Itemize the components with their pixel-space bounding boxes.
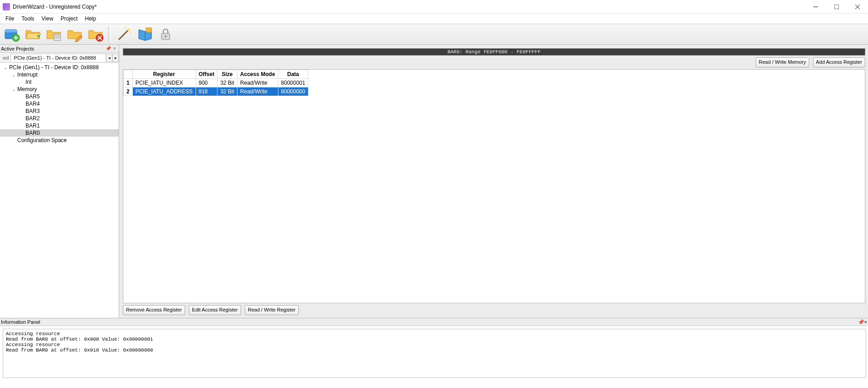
book-icon xyxy=(136,26,153,42)
app-icon xyxy=(3,3,10,10)
cell-data[interactable]: 80000000 xyxy=(278,87,308,96)
row-number[interactable]: 1 xyxy=(124,79,133,87)
close-button[interactable] xyxy=(847,0,868,14)
col-register[interactable]: Register xyxy=(132,70,196,79)
cell-register[interactable]: PCIE_IATU_ADDRESS xyxy=(132,87,196,96)
svg-line-15 xyxy=(119,30,129,40)
info-panel: Accessing resource Read from BAR0 at off… xyxy=(0,326,868,380)
tree-interrupt[interactable]: ⌄Interrupt xyxy=(0,71,119,78)
chevron-down-icon[interactable]: ⌄ xyxy=(3,65,8,70)
tabstrip-prev[interactable]: ◂ xyxy=(106,54,112,62)
cell-size[interactable]: 32 Bit xyxy=(217,87,237,96)
col-access[interactable]: Access Mode xyxy=(237,70,278,79)
tree-root[interactable]: ⌄PCIe (Gen1) - TI - Device ID: 0x8888 xyxy=(0,64,119,71)
table-row[interactable]: 1PCIE_IATU_INDEX90032 BitRead/Write80000… xyxy=(124,79,308,87)
col-size[interactable]: Size xyxy=(217,70,237,79)
cell-data[interactable]: 80000001 xyxy=(278,79,308,87)
grid-corner xyxy=(124,70,133,79)
remove-access-register-button[interactable]: Remove Access Register xyxy=(123,305,185,315)
toolbar-separator xyxy=(108,26,111,42)
edit-access-register-button[interactable]: Edit Access Register xyxy=(189,305,241,315)
menu-bar: File Tools View Project Help xyxy=(0,14,868,24)
bar-range-header: BAR0: Range FE0FF000 - FE0FFFFF xyxy=(123,48,865,56)
folder-delete-button[interactable] xyxy=(86,25,106,43)
svg-point-16 xyxy=(127,28,130,31)
cell-register[interactable]: PCIE_IATU_INDEX xyxy=(132,79,196,87)
menu-help[interactable]: Help xyxy=(81,15,100,23)
tree-int[interactable]: Int xyxy=(0,78,119,86)
info-log[interactable]: Accessing resource Read from BAR0 at off… xyxy=(3,329,866,378)
col-offset[interactable]: Offset xyxy=(196,70,217,79)
book-button[interactable] xyxy=(135,25,155,43)
info-panel-title: Information Panel xyxy=(1,319,858,325)
svg-point-17 xyxy=(125,28,126,29)
tree-memory[interactable]: ⌄Memory xyxy=(0,86,119,93)
pin-icon[interactable]: 📌 xyxy=(858,319,864,325)
svg-rect-9 xyxy=(54,34,61,41)
tree-bar0[interactable]: BAR0 xyxy=(0,129,119,137)
cell-offset[interactable]: 900 xyxy=(196,79,217,87)
menu-file[interactable]: File xyxy=(2,15,18,23)
table-row[interactable]: 2PCIE_IATU_ADDRESS91832 BitRead/Write800… xyxy=(124,87,308,96)
wizard-button[interactable] xyxy=(114,25,134,43)
maximize-button[interactable] xyxy=(826,0,847,14)
lock-button[interactable] xyxy=(156,25,176,43)
register-view: BAR0: Range FE0FF000 - FE0FFFFF Read / W… xyxy=(119,45,868,318)
cell-size[interactable]: 32 Bit xyxy=(217,79,237,87)
open-project-button[interactable] xyxy=(23,25,43,43)
project-tabstrip: ·ed PCIe (Gen1) - TI - Device ID: 0x8888… xyxy=(0,53,119,63)
folder-delete-icon xyxy=(87,26,104,42)
project-tree[interactable]: ⌄PCIe (Gen1) - TI - Device ID: 0x8888 ⌄I… xyxy=(0,63,119,318)
tree-bar4[interactable]: BAR4 xyxy=(0,100,119,107)
cell-access[interactable]: Read/Write xyxy=(237,79,278,87)
new-project-button[interactable] xyxy=(2,25,22,43)
chevron-down-icon[interactable]: ⌄ xyxy=(11,87,16,92)
register-grid[interactable]: Register Offset Size Access Mode Data 1P… xyxy=(123,69,865,303)
tree-config-space[interactable]: Configuration Space xyxy=(0,137,119,144)
pin-icon[interactable]: 📌 xyxy=(105,46,111,52)
menu-view[interactable]: View xyxy=(38,15,57,23)
row-number[interactable]: 2 xyxy=(124,87,133,96)
cell-offset[interactable]: 918 xyxy=(196,87,217,96)
menu-project[interactable]: Project xyxy=(57,15,81,23)
add-access-register-button[interactable]: Add Access Register xyxy=(813,57,866,67)
svg-rect-5 xyxy=(5,30,17,32)
svg-rect-19 xyxy=(146,28,151,32)
svg-rect-1 xyxy=(834,5,839,9)
tree-bar5[interactable]: BAR5 xyxy=(0,93,119,100)
cell-access[interactable]: Read/Write xyxy=(237,87,278,96)
tree-bar3[interactable]: BAR3 xyxy=(0,107,119,115)
minimize-button[interactable] xyxy=(805,0,826,14)
col-data[interactable]: Data xyxy=(278,70,308,79)
wand-icon xyxy=(115,26,132,42)
active-projects-header: Active Projects 📌 × xyxy=(0,45,119,53)
read-write-memory-button[interactable]: Read / Write Memory xyxy=(756,57,809,67)
toolbar xyxy=(0,24,868,45)
title-bar: DriverWizard - Unregistered Copy* xyxy=(0,0,868,14)
project-tab-active[interactable]: PCIe (Gen1) - TI - Device ID: 0x8888 xyxy=(10,54,106,61)
folder-explore-button[interactable] xyxy=(44,25,64,43)
active-projects-title: Active Projects xyxy=(1,46,105,51)
svg-point-18 xyxy=(130,32,131,33)
tabstrip-overflow-left: ·ed xyxy=(0,55,10,61)
active-projects-panel: Active Projects 📌 × ·ed PCIe (Gen1) - TI… xyxy=(0,45,119,318)
tree-bar1[interactable]: BAR1 xyxy=(0,122,119,129)
top-action-row: Read / Write Memory Add Access Register xyxy=(123,56,865,69)
lock-icon xyxy=(157,26,174,42)
chevron-down-icon[interactable]: ⌄ xyxy=(11,72,16,77)
folder-edit-button[interactable] xyxy=(65,25,85,43)
info-panel-header: Information Panel 📌 × xyxy=(0,318,868,326)
tabstrip-next[interactable]: ▸ xyxy=(112,54,119,62)
read-write-register-button[interactable]: Read / Write Register xyxy=(245,305,299,315)
panel-close-icon[interactable]: × xyxy=(864,319,867,325)
tree-bar2[interactable]: BAR2 xyxy=(0,115,119,122)
folder-explore-icon xyxy=(45,26,62,42)
svg-point-21 xyxy=(165,36,167,37)
folder-edit-icon xyxy=(66,26,83,42)
panel-close-icon[interactable]: × xyxy=(111,46,118,52)
grid-header-row: Register Offset Size Access Mode Data xyxy=(124,70,308,79)
menu-tools[interactable]: Tools xyxy=(18,15,38,23)
open-project-icon xyxy=(24,26,41,42)
bottom-action-row: Remove Access Register Edit Access Regis… xyxy=(123,303,865,315)
window-title: DriverWizard - Unregistered Copy* xyxy=(13,4,97,10)
